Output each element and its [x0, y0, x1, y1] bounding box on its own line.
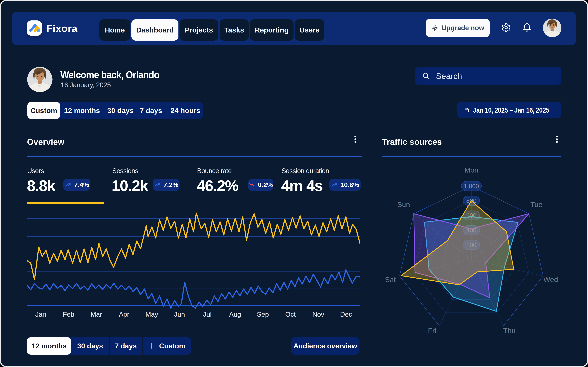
- svg-text:Jun: Jun: [174, 310, 185, 318]
- svg-text:Sat: Sat: [385, 275, 396, 284]
- svg-text:Jul: Jul: [203, 310, 212, 318]
- svg-text:Sun: Sun: [397, 200, 410, 209]
- svg-text:Jan: Jan: [35, 310, 46, 318]
- svg-text:Nov: Nov: [312, 310, 324, 318]
- svg-text:Thu: Thu: [503, 326, 516, 335]
- svg-text:Feb: Feb: [63, 310, 74, 318]
- svg-text:Fri: Fri: [428, 326, 436, 335]
- svg-text:Aug: Aug: [229, 310, 241, 318]
- svg-text:Wed: Wed: [543, 275, 558, 284]
- svg-text:May: May: [145, 310, 158, 318]
- svg-text:Mon: Mon: [464, 166, 478, 174]
- svg-text:Tue: Tue: [530, 200, 542, 209]
- svg-text:1,000: 1,000: [464, 183, 479, 190]
- svg-text:Oct: Oct: [285, 310, 296, 318]
- svg-text:Apr: Apr: [119, 310, 129, 318]
- svg-text:Sep: Sep: [257, 310, 269, 318]
- svg-text:Mar: Mar: [91, 310, 102, 318]
- svg-text:Dec: Dec: [340, 310, 352, 318]
